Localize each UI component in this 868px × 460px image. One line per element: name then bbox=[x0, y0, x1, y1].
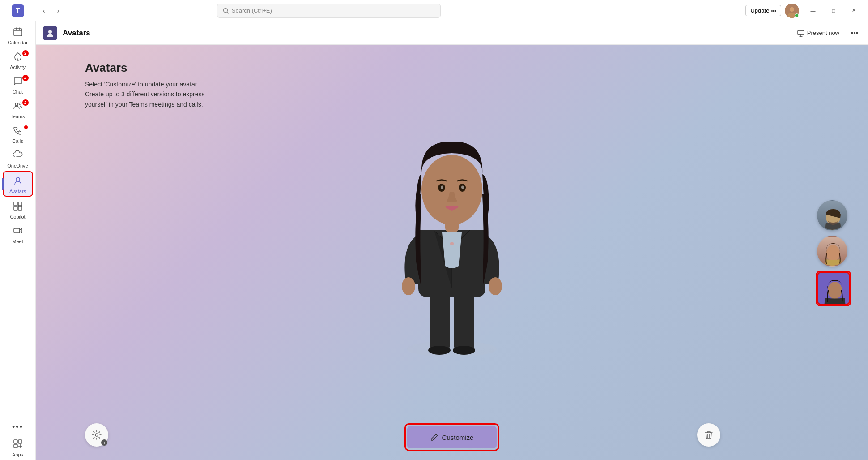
svg-point-34 bbox=[453, 346, 475, 355]
avatar-thumb-1[interactable] bbox=[817, 200, 847, 231]
svg-point-33 bbox=[428, 346, 451, 355]
app-header: Avatars Present now ••• bbox=[36, 21, 868, 45]
sidebar-item-apps[interactable]: Apps bbox=[3, 435, 33, 459]
user-avatar[interactable] bbox=[785, 4, 799, 18]
more-apps-button[interactable]: ••• bbox=[3, 419, 33, 435]
svg-point-43 bbox=[450, 242, 454, 245]
present-now-button[interactable]: Present now bbox=[794, 28, 843, 39]
sidebar-item-avatars[interactable]: Avatars bbox=[3, 171, 33, 197]
activity-icon bbox=[13, 52, 23, 64]
calls-label: Calls bbox=[12, 138, 23, 144]
avatar-thumb-2[interactable] bbox=[817, 236, 847, 267]
calls-icon bbox=[13, 125, 23, 138]
svg-point-53 bbox=[828, 282, 842, 299]
avatars-page-title: Avatars bbox=[85, 61, 204, 75]
close-button[interactable]: ✕ bbox=[844, 0, 864, 21]
teams-label: Teams bbox=[10, 114, 25, 119]
delete-button[interactable] bbox=[697, 423, 720, 447]
svg-rect-21 bbox=[14, 440, 17, 443]
svg-point-35 bbox=[402, 277, 415, 295]
back-button[interactable]: ‹ bbox=[38, 4, 50, 17]
pencil-icon bbox=[430, 433, 438, 441]
customize-button-wrapper: Customize bbox=[404, 423, 499, 451]
search-icon bbox=[223, 8, 229, 14]
settings-button[interactable]: i bbox=[85, 423, 108, 447]
chat-badge: 4 bbox=[22, 75, 29, 81]
svg-point-14 bbox=[19, 103, 21, 105]
avatar-thumb-3[interactable] bbox=[817, 272, 850, 305]
teams-icon bbox=[13, 101, 23, 113]
sidebar-item-activity[interactable]: 2 Activity bbox=[3, 48, 33, 72]
minimize-button[interactable]: — bbox=[803, 0, 823, 21]
svg-rect-16 bbox=[14, 202, 17, 206]
active-indicator bbox=[2, 178, 4, 190]
avatars-icon bbox=[13, 176, 23, 188]
svg-rect-18 bbox=[14, 206, 17, 210]
svg-point-42 bbox=[461, 185, 464, 189]
maximize-button[interactable]: □ bbox=[823, 0, 844, 21]
main-canvas: Avatars Select 'Customize' to update you… bbox=[36, 45, 868, 460]
app-header-right: Present now ••• bbox=[794, 27, 861, 39]
sidebar-item-calls[interactable]: Calls bbox=[3, 122, 33, 146]
copilot-icon bbox=[13, 201, 23, 213]
svg-point-15 bbox=[16, 177, 20, 181]
sidebar-item-meet[interactable]: Meet bbox=[3, 222, 33, 246]
online-status bbox=[795, 13, 799, 17]
teams-badge: 2 bbox=[22, 99, 29, 106]
apps-icon bbox=[13, 439, 23, 451]
svg-point-44 bbox=[95, 434, 98, 436]
present-icon bbox=[797, 30, 804, 37]
svg-point-36 bbox=[489, 277, 502, 295]
calendar-icon bbox=[13, 27, 23, 39]
avatars-description: Select 'Customize' to update your avatar… bbox=[85, 79, 204, 109]
sidebar-item-copilot[interactable]: Copilot bbox=[3, 198, 33, 221]
window-controls: — □ ✕ bbox=[803, 0, 864, 21]
svg-rect-19 bbox=[18, 206, 22, 210]
titlebar-right: Update ••• — □ ✕ bbox=[745, 0, 868, 21]
activity-label: Activity bbox=[10, 64, 26, 70]
settings-badge: i bbox=[101, 439, 107, 446]
update-button[interactable]: Update ••• bbox=[745, 5, 781, 16]
svg-point-30 bbox=[407, 341, 497, 357]
sidebar-item-chat[interactable]: 4 Chat bbox=[3, 73, 33, 96]
forward-button[interactable]: › bbox=[52, 4, 64, 17]
app-header-icon bbox=[43, 26, 57, 40]
svg-point-26 bbox=[48, 30, 52, 34]
customize-button[interactable]: Customize bbox=[407, 426, 497, 448]
calendar-label: Calendar bbox=[8, 40, 28, 45]
apps-label: Apps bbox=[12, 452, 23, 457]
search-placeholder: Search (Ctrl+E) bbox=[232, 7, 272, 14]
svg-rect-23 bbox=[14, 444, 17, 448]
header-more-button[interactable]: ••• bbox=[848, 27, 861, 39]
copilot-label: Copilot bbox=[10, 214, 25, 219]
avatar-thumbnails bbox=[817, 200, 850, 305]
svg-point-38 bbox=[421, 155, 482, 225]
avatars-info: Avatars Select 'Customize' to update you… bbox=[85, 61, 204, 109]
svg-line-3 bbox=[227, 12, 229, 13]
nav-buttons: ‹ › bbox=[38, 4, 64, 17]
meet-icon bbox=[13, 226, 23, 238]
svg-rect-7 bbox=[14, 29, 22, 36]
activity-badge: 2 bbox=[22, 50, 29, 56]
svg-point-5 bbox=[790, 7, 794, 12]
sidebar-item-onedrive[interactable]: OneDrive bbox=[3, 146, 33, 170]
onedrive-label: OneDrive bbox=[7, 163, 28, 168]
chat-icon bbox=[13, 76, 23, 88]
meet-label: Meet bbox=[12, 239, 23, 244]
onedrive-icon bbox=[13, 150, 23, 162]
sidebar-item-calendar[interactable]: Calendar bbox=[3, 23, 33, 47]
titlebar: T ‹ › Search (Ctrl+E) Update ••• — □ ✕ bbox=[0, 0, 868, 21]
chat-label: Chat bbox=[13, 89, 23, 95]
svg-point-13 bbox=[15, 103, 18, 106]
sidebar-item-teams[interactable]: 2 Teams bbox=[3, 97, 33, 121]
svg-rect-27 bbox=[798, 30, 804, 35]
calls-dot bbox=[24, 125, 28, 129]
search-bar[interactable]: Search (Ctrl+E) bbox=[217, 4, 441, 18]
sidebar-bottom: ••• Apps bbox=[3, 419, 33, 460]
svg-rect-17 bbox=[18, 202, 22, 206]
avatars-label: Avatars bbox=[9, 189, 26, 194]
svg-point-41 bbox=[441, 185, 443, 189]
svg-rect-22 bbox=[18, 440, 22, 443]
app-area: Avatars Present now ••• Avatars Select '… bbox=[36, 21, 868, 460]
teams-logo: T bbox=[0, 4, 36, 17]
